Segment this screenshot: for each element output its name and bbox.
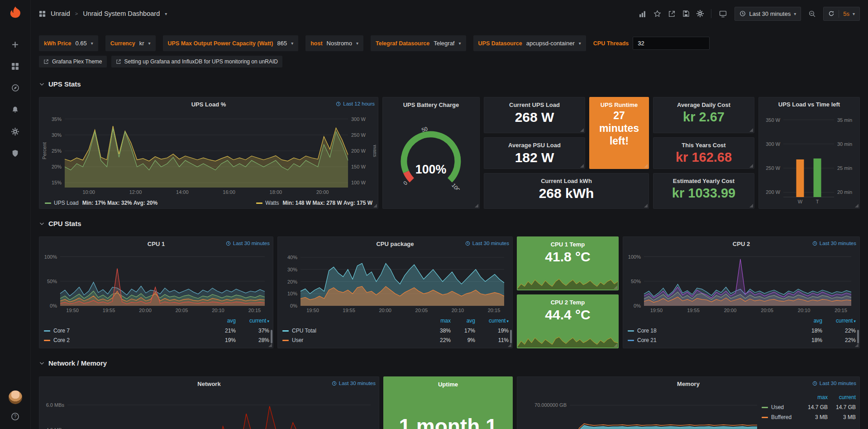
- panel-title[interactable]: Memory: [677, 381, 700, 387]
- row-header-ups-stats[interactable]: UPS Stats: [39, 79, 860, 89]
- network-chart[interactable]: 2.0 MBs4.0 MBs6.0 MBs: [41, 390, 377, 429]
- panel-title[interactable]: UPS Battery Charge: [383, 101, 479, 108]
- configuration-gear-icon[interactable]: [5, 121, 26, 142]
- legend-header[interactable]: max: [800, 392, 828, 402]
- legend-series[interactable]: Core 7: [44, 326, 207, 336]
- cycle-view-monitor-icon[interactable]: [719, 10, 727, 18]
- panel-title[interactable]: Current Load kWh: [484, 178, 649, 184]
- legend-scrollbar[interactable]: [857, 330, 859, 343]
- panel-resize-handle[interactable]: [580, 128, 584, 132]
- panel-title[interactable]: Estimated Yearly Cost: [653, 178, 754, 184]
- panel-resize-handle[interactable]: [749, 128, 753, 132]
- help-icon[interactable]: ?: [11, 412, 19, 421]
- server-admin-shield-icon[interactable]: [5, 142, 26, 164]
- panel-resize-handle[interactable]: [855, 204, 858, 207]
- variable-host[interactable]: host Nostromo ▾: [305, 35, 363, 51]
- dashboard-link-plex-theme[interactable]: Grafana Plex Theme: [39, 56, 107, 67]
- panel-resize-handle[interactable]: [580, 164, 584, 168]
- cpu-threads-input[interactable]: [633, 37, 710, 50]
- panel-resize-handle[interactable]: [614, 285, 617, 289]
- cpu1-chart[interactable]: 0%50%100%19:5019:5520:0020:0520:1020:15: [41, 251, 271, 314]
- ups-bars-chart[interactable]: 200 W250 W300 W350 W20 min25 min30 min35…: [760, 112, 858, 206]
- apps-grid-icon[interactable]: [39, 10, 46, 17]
- legend-scrollbar[interactable]: [271, 330, 272, 343]
- legend-series[interactable]: User: [282, 336, 424, 345]
- legend-header[interactable]: max: [424, 316, 451, 326]
- panel-resize-handle[interactable]: [644, 204, 648, 207]
- panel-title[interactable]: Average PSU Load: [484, 142, 585, 149]
- panel-resize-handle[interactable]: [508, 343, 511, 347]
- panel-resize-handle[interactable]: [614, 343, 617, 347]
- dashboards-icon[interactable]: [5, 55, 26, 77]
- dashboard-title[interactable]: Unraid System Dashboard: [83, 10, 160, 17]
- svg-text:Percent: Percent: [42, 142, 47, 159]
- panel-resize-handle[interactable]: [749, 164, 753, 168]
- panel-title[interactable]: UPS Load vs Time left: [778, 101, 840, 108]
- svg-text:W: W: [798, 199, 803, 204]
- panel-resize-handle[interactable]: [855, 343, 858, 347]
- refresh-button[interactable]: 5s ▾: [823, 7, 860, 21]
- variable-ups-max-output[interactable]: UPS Max Output Power Capacity (Watt) 865…: [163, 35, 299, 51]
- panel-resize-handle[interactable]: [268, 343, 272, 347]
- panel-title[interactable]: This Years Cost: [653, 142, 754, 149]
- panel-title[interactable]: Average Daily Cost: [653, 101, 754, 108]
- panel-resize-handle[interactable]: [644, 164, 648, 168]
- legend-header[interactable]: current▾: [822, 316, 856, 326]
- breadcrumb-folder[interactable]: Unraid: [51, 10, 70, 17]
- panel-title[interactable]: Network: [197, 381, 220, 387]
- panel-title[interactable]: UPS Runtime: [590, 101, 649, 108]
- legend-series[interactable]: Buffered: [762, 412, 800, 422]
- legend-header[interactable]: current▾: [475, 316, 509, 326]
- legend-header[interactable]: avg: [207, 316, 236, 326]
- panel-title[interactable]: CPU 1: [148, 241, 165, 247]
- variable-telegraf-datasource[interactable]: Telegraf Datasource Telegraf ▾: [371, 35, 466, 51]
- variable-ups-datasource[interactable]: UPS Datasource apcupsd-container ▾: [473, 35, 586, 51]
- row-header-network-memory[interactable]: Network / Memory: [39, 358, 860, 368]
- legend-series[interactable]: Core 18: [628, 326, 793, 336]
- variable-kwh-price[interactable]: kWh Price 0.65 ▾: [39, 35, 98, 51]
- panel-title[interactable]: CPU 2: [733, 241, 750, 247]
- dashboard-settings-gear-icon[interactable]: [696, 10, 704, 17]
- panel-resize-handle[interactable]: [749, 204, 753, 207]
- memory-chart[interactable]: 50.000000 GB60.000000 GB70.000000 GB: [519, 390, 762, 429]
- panel-resize-handle[interactable]: [373, 204, 377, 207]
- panel-title[interactable]: CPU 2 Temp: [517, 299, 618, 306]
- time-picker-button[interactable]: Last 30 minutes ▾: [734, 7, 801, 21]
- variable-cpu-threads: CPU Threads: [593, 35, 710, 51]
- grafana-logo[interactable]: [8, 5, 23, 21]
- explore-icon[interactable]: [5, 77, 26, 99]
- legend-item[interactable]: UPS Load Min: 17% Max: 32% Avg: 20%: [45, 200, 157, 206]
- ups-load-chart[interactable]: 15%20%25%30%35%100 W150 W200 W250 W300 W…: [41, 111, 376, 196]
- legend-series[interactable]: Core 21: [628, 336, 793, 345]
- legend-series[interactable]: CPU Total: [282, 326, 424, 336]
- variable-currency[interactable]: Currency kr ▾: [105, 35, 156, 51]
- add-panel-icon[interactable]: [639, 10, 647, 18]
- panel-resize-handle[interactable]: [475, 204, 478, 207]
- cpu2-chart[interactable]: 0%50%100%19:5019:5520:0020:0520:1020:15: [625, 251, 858, 314]
- save-icon[interactable]: [682, 10, 690, 17]
- share-icon[interactable]: [668, 10, 676, 18]
- legend-series[interactable]: Core 2: [44, 336, 207, 345]
- panel-title[interactable]: Uptime: [384, 381, 512, 388]
- user-avatar[interactable]: [9, 390, 22, 404]
- legend-scrollbar[interactable]: [510, 330, 512, 343]
- legend-header[interactable]: current▾: [236, 316, 269, 326]
- panel-title[interactable]: Current UPS Load: [484, 101, 585, 108]
- row-header-cpu-stats[interactable]: CPU Stats: [39, 218, 860, 228]
- legend-header[interactable]: current: [828, 392, 856, 402]
- zoom-out-icon[interactable]: [808, 10, 816, 18]
- panel-title[interactable]: UPS Load %: [191, 101, 226, 108]
- chevron-down-icon[interactable]: ▾: [165, 11, 167, 16]
- panel-title[interactable]: CPU package: [376, 241, 414, 247]
- stat-value: 268 kWh: [484, 186, 649, 201]
- legend-header[interactable]: avg: [793, 316, 822, 326]
- legend-header[interactable]: avg: [451, 316, 475, 326]
- legend-item[interactable]: Watts Min: 148 W Max: 278 W Avg: 175 W: [256, 200, 372, 206]
- alerting-bell-icon[interactable]: [5, 99, 26, 121]
- cpu-package-chart[interactable]: 0%10%20%30%40%19:5019:5520:0020:0520:102…: [280, 251, 510, 314]
- legend-series[interactable]: Used: [762, 402, 800, 412]
- dashboard-link-ups-guide[interactable]: Setting up Grafana and InfluxDB for UPS …: [111, 56, 283, 67]
- create-icon[interactable]: [5, 34, 26, 55]
- star-icon[interactable]: [653, 10, 661, 18]
- panel-title[interactable]: CPU 1 Temp: [517, 241, 618, 248]
